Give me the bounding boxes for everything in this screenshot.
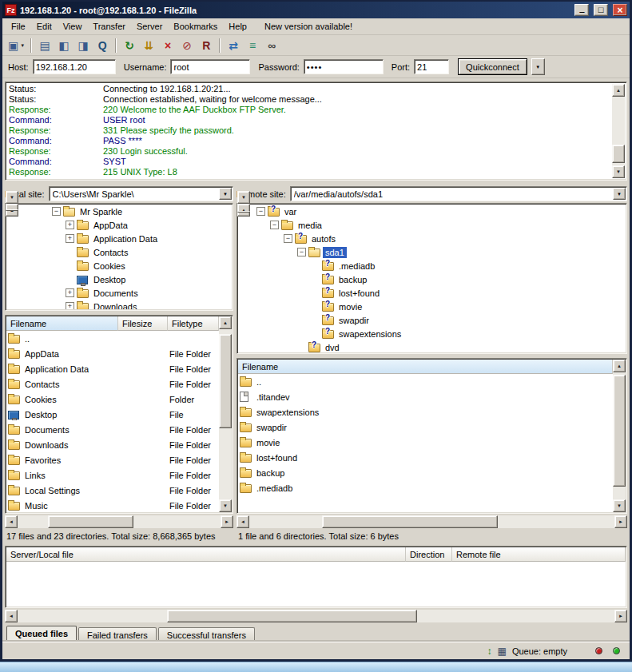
scroll-right-arrow-icon[interactable]: ► [614,610,627,622]
message-log-scrollbar[interactable]: ▲▼ [612,84,625,178]
remote-file-row[interactable]: .mediadb [238,480,613,495]
local-file-row[interactable]: LinksFile Folder [6,467,219,483]
remote-tree-item[interactable]: ?backup [238,272,612,286]
quickconnect-dropdown-button[interactable] [531,58,545,75]
local-tree-item[interactable]: Desktop [6,272,218,286]
scroll-thumb[interactable] [612,145,625,162]
local-tree-item[interactable]: Cookies [6,259,218,272]
toolbar-toggle-local-tree-button[interactable]: ◧ [54,37,74,54]
menu-view[interactable]: View [58,20,88,33]
remote-file-row[interactable]: swapextensions [238,404,613,420]
password-input[interactable] [304,59,384,74]
local-file-row[interactable]: DesktopFile [6,407,219,422]
scroll-thumb[interactable] [219,334,232,427]
close-button[interactable] [613,4,627,16]
column-header-filename[interactable]: Filename [6,316,118,331]
scroll-thumb[interactable] [6,209,18,211]
remote-file-row[interactable]: swapdir [238,420,613,435]
toolbar-toggle-remote-tree-button[interactable]: ◨ [74,37,93,54]
quickconnect-button[interactable]: Quickconnect [458,58,527,75]
tree-expander[interactable]: + [66,288,74,297]
scroll-left-arrow-icon[interactable]: ◄ [5,515,18,528]
scroll-thumb[interactable] [322,515,497,528]
remote-tree-item[interactable]: −sda1 [238,245,612,259]
local-file-row[interactable]: FavoritesFile Folder [6,452,219,467]
local-tree-item[interactable]: +AppData [6,218,218,232]
tree-expander[interactable]: − [284,234,292,243]
remote-tree-item[interactable]: ?.mediadb [238,259,612,272]
scroll-thumb[interactable] [613,375,626,487]
column-header-filetype[interactable]: Filetype [168,316,219,331]
remote-tree-item[interactable]: −?var [238,205,612,218]
local-site-dropdown-icon[interactable] [219,188,232,200]
scroll-down-arrow-icon[interactable]: ▼ [219,499,232,512]
scroll-down-arrow-icon[interactable]: ▼ [6,191,18,204]
tree-expander[interactable]: − [297,248,306,256]
remote-tree-item[interactable]: ?lost+found [238,286,612,300]
tree-expander[interactable]: + [66,234,74,243]
toolbar-site-manager-button[interactable]: ▣▼ [6,37,27,54]
remote-site-dropdown-icon[interactable] [613,188,626,200]
remote-tree-item[interactable]: ?swapextensions [238,327,612,340]
minimize-button[interactable] [574,4,589,16]
remote-tree-item[interactable]: ?movie [238,300,612,313]
scroll-up-arrow-icon[interactable]: ▲ [219,316,232,329]
scroll-up-arrow-icon[interactable]: ▲ [612,84,625,97]
local-file-row[interactable]: DocumentsFile Folder [6,422,219,437]
column-header-remote-file[interactable]: Remote file [452,547,626,562]
remote-tree-item[interactable]: −?autofs [238,232,612,245]
remote-site-combobox[interactable]: /var/media/autofs/sda1 [290,186,627,201]
local-file-row[interactable]: Application DataFile Folder [6,361,219,376]
local-file-row[interactable]: CookiesFolder [6,392,219,407]
host-input[interactable] [33,59,116,74]
menu-help[interactable]: Help [223,20,252,33]
remote-file-row[interactable]: lost+found [238,450,613,465]
column-header-filesize[interactable]: Filesize [118,316,168,331]
local-tree-item[interactable]: −Mr Sparkle [6,205,218,218]
menu-transfer[interactable]: Transfer [87,20,131,33]
toolbar-reconnect-button[interactable]: R [197,37,216,54]
tab-failed-transfers[interactable]: Failed transfers [78,627,157,642]
username-input[interactable] [170,59,250,74]
remote-tree-item[interactable]: ?dvd [238,340,612,352]
tab-successful-transfers[interactable]: Successful transfers [158,627,255,642]
remote-tree-item[interactable]: ?swapdir [238,313,612,327]
tree-expander[interactable]: + [66,302,74,309]
local-site-combobox[interactable]: C:\Users\Mr Sparkle\ [49,186,233,201]
toolbar-refresh-button[interactable]: ↻ [120,37,139,54]
scroll-down-arrow-icon[interactable]: ▼ [612,165,625,178]
toolbar-directory-comparison-button[interactable]: ⇄ [224,37,243,54]
remote-file-row[interactable]: movie [238,435,613,450]
column-header-direction[interactable]: Direction [406,547,452,562]
remote-list-scrollbar[interactable]: ▲▼ [613,360,626,512]
local-file-row[interactable]: AppDataFile Folder [6,346,219,361]
menu-server[interactable]: Server [131,20,168,33]
title-bar[interactable]: Fz 192.168.1.20 - root@192.168.1.20 - Fi… [2,2,630,18]
tree-expander[interactable]: − [52,207,61,216]
local-file-row[interactable]: .. [6,331,219,346]
scroll-right-arrow-icon[interactable]: ► [614,515,627,528]
remote-file-row[interactable]: backup [238,465,613,480]
scroll-up-arrow-icon[interactable]: ▲ [613,360,626,372]
toolbar-process-queue-button[interactable]: ⇊ [139,37,158,54]
toolbar-dropdown-arrow-icon[interactable]: ▼ [20,43,25,48]
local-tree-item[interactable]: +Application Data [6,232,218,245]
local-file-row[interactable]: Local SettingsFile Folder [6,483,219,498]
local-tree-item[interactable]: +Downloads [6,300,218,309]
scroll-left-arrow-icon[interactable]: ◄ [5,610,18,622]
tree-expander[interactable]: − [270,221,279,229]
toolbar-toggle-transfer-queue-button[interactable]: Q [93,37,112,54]
tree-expander[interactable]: − [256,207,265,216]
menu-edit[interactable]: Edit [31,20,58,33]
local-horizontal-scrollbar[interactable]: ◄► [5,515,233,528]
local-list-scrollbar[interactable]: ▲▼ [219,316,232,512]
scroll-thumb[interactable] [237,211,250,213]
menu-bookmarks[interactable]: Bookmarks [168,20,223,33]
local-tree-item[interactable]: +Documents [6,286,218,300]
remote-file-row[interactable]: .titandev [238,389,613,404]
tree-expander[interactable]: + [66,221,74,229]
scroll-down-arrow-icon[interactable]: ▼ [613,499,626,512]
scroll-thumb[interactable] [48,515,133,528]
queue-horizontal-scrollbar[interactable]: ◄► [5,610,627,622]
menu-new-version-notice[interactable]: New version available! [259,20,358,33]
